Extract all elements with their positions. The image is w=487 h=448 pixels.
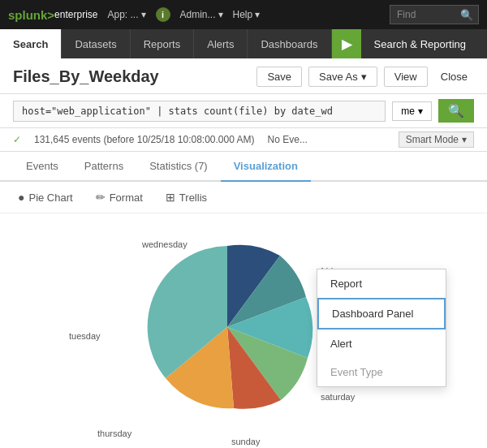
page-actions: Save Save As ▾ View Close (256, 67, 474, 87)
nav-search[interactable]: Search (0, 29, 62, 58)
save-button[interactable]: Save (256, 67, 302, 87)
dropdown-item-alert[interactable]: Alert (317, 330, 446, 358)
events-count: 131,645 events (before 10/25/18 10:08:00… (34, 134, 255, 145)
enterprise-text: enterprise (54, 9, 97, 20)
label-sunday: sunday (231, 437, 260, 446)
pie-chart-svg (138, 238, 317, 416)
content-tabs: Events Patterns Statistics (7) Visualiza… (0, 152, 487, 182)
status-bar: ✓ 131,645 events (before 10/25/18 10:08:… (0, 128, 487, 152)
trellis-button[interactable]: ⊞ Trellis (161, 188, 212, 206)
save-as-dropdown-menu: Report Dashboard Panel Alert Event Type (317, 269, 446, 387)
trellis-icon: ⊞ (166, 191, 175, 204)
top-navigation: splunk>enterprise App: ... ▾ i Admin... … (0, 0, 487, 29)
format-icon: ✏ (96, 191, 106, 204)
splunk-arrow-logo: ▶ (332, 29, 361, 58)
close-button[interactable]: Close (434, 67, 474, 86)
format-button[interactable]: ✏ Format (91, 188, 148, 206)
search-query-display[interactable]: host="web_application" | stats count(fil… (13, 101, 386, 122)
save-as-button[interactable]: Save As ▾ (308, 67, 377, 87)
search-area: host="web_application" | stats count(fil… (0, 94, 487, 128)
nav-reports[interactable]: Reports (131, 29, 195, 58)
dropdown-item-dashboard-panel[interactable]: Dashboard Panel (317, 298, 446, 330)
search-query-text: host="web_application" | stats count(fil… (22, 106, 333, 117)
main-content: wednesday friday monday saturday sunday … (0, 213, 487, 448)
admin-menu[interactable]: Admin... ▾ (180, 9, 223, 20)
dropdown-item-report[interactable]: Report (317, 269, 446, 298)
page-header: Files_By_Weekday Save Save As ▾ View Clo… (0, 58, 487, 94)
page-title-row: Files_By_Weekday Save Save As ▾ View Clo… (13, 67, 474, 87)
label-tuesday: tuesday (69, 331, 101, 341)
tab-patterns[interactable]: Patterns (71, 152, 136, 182)
top-search-icon: 🔍 (455, 9, 478, 21)
tab-events[interactable]: Events (13, 152, 71, 182)
help-menu[interactable]: Help ▾ (233, 9, 261, 20)
nav-dashboards[interactable]: Dashboards (248, 29, 331, 58)
smart-mode-dropdown[interactable]: Smart Mode ▾ (399, 131, 474, 148)
splunk-logo: splunk>enterprise (8, 8, 97, 22)
view-button[interactable]: View (384, 67, 428, 87)
page-title: Files_By_Weekday (13, 67, 159, 86)
app-title: Search & Reporting (361, 29, 479, 58)
nav-datasets[interactable]: Datasets (62, 29, 130, 58)
tab-visualization[interactable]: Visualization (221, 152, 311, 182)
app-menu[interactable]: App: ... ▾ (107, 9, 145, 20)
secondary-navigation: Search Datasets Reports Alerts Dashboard… (0, 29, 487, 58)
time-range-picker[interactable]: me ▾ (392, 101, 432, 121)
splunk-text: splunk (8, 8, 47, 22)
visualization-toolbar: ● Pie Chart ✏ Format ⊞ Trellis (0, 182, 487, 213)
label-thursday: thursday (97, 429, 131, 438)
dropdown-item-event-type: Event Type (317, 358, 446, 386)
label-wednesday: wednesday (142, 239, 187, 249)
tab-statistics[interactable]: Statistics (7) (136, 152, 221, 182)
label-saturday: saturday (321, 392, 355, 402)
nav-alerts[interactable]: Alerts (194, 29, 248, 58)
top-search-bar[interactable]: 🔍 (390, 5, 479, 24)
info-button[interactable]: i (156, 7, 170, 22)
pie-chart-button[interactable]: ● Pie Chart (13, 188, 78, 206)
pie-chart-icon: ● (18, 191, 24, 204)
check-icon: ✓ (13, 134, 21, 145)
no-events-indicator: No Eve... (268, 134, 308, 145)
top-search-input[interactable] (390, 7, 455, 22)
search-button[interactable]: 🔍 (438, 99, 474, 123)
